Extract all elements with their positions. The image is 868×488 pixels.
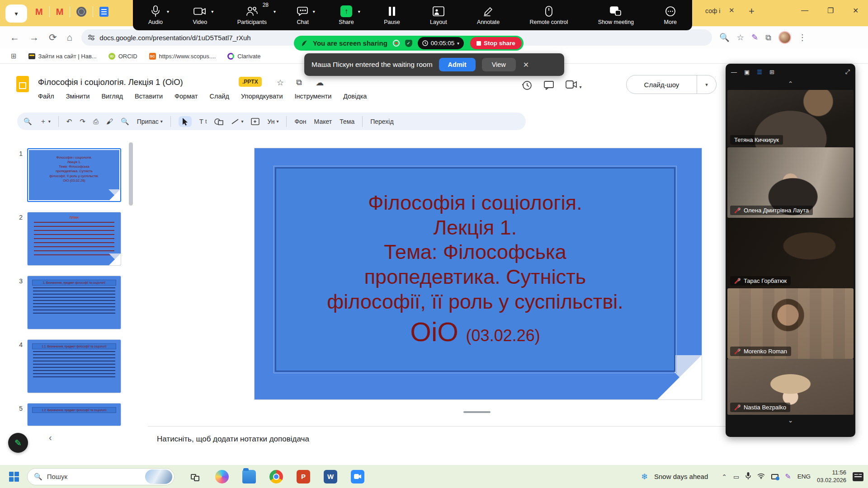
zoom-annotate-button[interactable]: Annotate bbox=[477, 5, 500, 25]
zoom-in-icon[interactable]: 🔍 bbox=[121, 117, 129, 126]
admit-button[interactable]: Admit bbox=[439, 58, 476, 71]
minimize-panel-icon[interactable]: — bbox=[731, 69, 737, 75]
speaker-view-icon[interactable]: ▣ bbox=[744, 69, 750, 75]
menu-help[interactable]: Довідка bbox=[343, 93, 367, 100]
window-close-button[interactable]: ✕ bbox=[853, 6, 859, 15]
file-explorer-icon[interactable] bbox=[242, 470, 256, 483]
docs-tab-icon[interactable] bbox=[99, 7, 108, 17]
slideshow-button[interactable]: Слайд-шоу ▾ bbox=[626, 75, 717, 94]
chevron-down-icon[interactable]: ▾ bbox=[274, 9, 276, 14]
meet-camera-icon[interactable]: ▾ bbox=[566, 80, 581, 90]
new-slide-button[interactable]: ＋▾ bbox=[40, 117, 51, 126]
cast-screen-icon[interactable] bbox=[771, 474, 778, 479]
zoom-audio-button[interactable]: ▾ Audio bbox=[148, 5, 163, 25]
tray-chevron-up-icon[interactable]: ⌃ bbox=[722, 473, 727, 480]
taskbar-search[interactable]: 🔍 Пошук bbox=[27, 468, 175, 485]
slide-thumbnail-4[interactable]: 1.1. Визначення, предмет філософії та со… bbox=[27, 339, 121, 393]
language-indicator[interactable]: ENG bbox=[797, 473, 811, 480]
extensions-puzzle-icon[interactable]: ⧉ bbox=[765, 33, 771, 42]
bookmark-site[interactable]: Зайти на сайт | Нав... bbox=[28, 53, 97, 60]
grid-view-icon[interactable]: ⊞ bbox=[769, 69, 774, 75]
back-icon[interactable]: ← bbox=[10, 32, 19, 43]
menu-tools[interactable]: Інструменти bbox=[295, 93, 332, 100]
apps-grid-icon[interactable]: ⊞ bbox=[11, 52, 17, 60]
text-box-icon[interactable]: Tt bbox=[199, 117, 207, 125]
insert-image-icon[interactable] bbox=[251, 118, 259, 125]
tab-search-button[interactable]: ▾ bbox=[5, 5, 27, 23]
notification-center-icon[interactable]: 2 bbox=[853, 472, 863, 481]
gallery-view-icon[interactable]: ☰ bbox=[757, 69, 762, 75]
participant-video[interactable]: 🎤 Nastia Bezpalko bbox=[727, 359, 854, 415]
select-cursor-icon[interactable] bbox=[179, 116, 192, 127]
zoom-remote-control-button[interactable]: Remote control bbox=[530, 5, 568, 25]
undo-icon[interactable]: ↶ bbox=[66, 117, 72, 126]
slide-thumbnail-1[interactable]: Філософія і соціологія.Лекція 1. Тема: Ф… bbox=[27, 148, 121, 202]
bookmark-star-icon[interactable]: ☆ bbox=[737, 33, 744, 42]
redo-icon[interactable]: ↷ bbox=[80, 117, 85, 126]
zoom-more-button[interactable]: More bbox=[664, 5, 677, 25]
active-tab-title[interactable]: соф і bbox=[705, 7, 720, 14]
battery-icon[interactable]: ▭ bbox=[733, 473, 739, 480]
zoom-layout-button[interactable]: Layout bbox=[430, 5, 447, 25]
window-maximize-button[interactable]: ❐ bbox=[827, 6, 834, 15]
slide-thumbnail-2[interactable]: ПЛАН bbox=[27, 212, 121, 266]
font-tool-dropdown[interactable]: Ун▾ bbox=[267, 118, 278, 125]
edit-fab-button[interactable]: ✎ bbox=[8, 433, 28, 453]
chevron-down-icon[interactable]: ▾ bbox=[211, 9, 213, 14]
globe-tab-icon[interactable] bbox=[76, 7, 86, 17]
stop-share-button[interactable]: Stop share bbox=[470, 37, 522, 49]
chevron-down-icon[interactable]: ▾ bbox=[579, 84, 581, 89]
chevron-down-icon[interactable]: ▾ bbox=[313, 9, 315, 14]
theme-button[interactable]: Тема bbox=[340, 118, 354, 125]
menu-arrange[interactable]: Упорядкувати bbox=[241, 93, 283, 100]
profile-avatar[interactable] bbox=[778, 31, 791, 44]
cloud-status-icon[interactable]: ☁ bbox=[316, 78, 324, 88]
chevron-down-icon[interactable]: ▾ bbox=[358, 9, 360, 14]
menu-edit[interactable]: Змінити bbox=[66, 93, 90, 100]
version-history-icon[interactable] bbox=[522, 80, 532, 90]
view-button[interactable]: View bbox=[482, 58, 516, 71]
zoom-pause-button[interactable]: Pause bbox=[384, 5, 400, 25]
chevron-down-icon[interactable]: ▾ bbox=[167, 9, 169, 14]
shape-icon[interactable] bbox=[214, 118, 223, 125]
forward-icon[interactable]: → bbox=[29, 32, 39, 43]
filmstrip-scrollbar[interactable] bbox=[129, 142, 133, 206]
tab-close-icon[interactable]: ✕ bbox=[729, 6, 735, 14]
move-folder-icon[interactable]: ⧉ bbox=[296, 78, 302, 87]
layout-button[interactable]: Макет bbox=[314, 118, 332, 125]
bookmark-scopus[interactable]: SC https://www.scopus.... bbox=[149, 53, 216, 60]
reload-icon[interactable]: ⟳ bbox=[49, 32, 57, 43]
slide-thumbnail-3[interactable]: 1. Визначення, предмет філософії та соці… bbox=[27, 276, 121, 329]
comments-icon[interactable] bbox=[544, 81, 554, 90]
scroll-down-icon[interactable]: ⌄ bbox=[726, 417, 855, 427]
zoom-fit-dropdown[interactable]: Припас▾ bbox=[137, 118, 163, 125]
gmail-tab-icon[interactable]: M bbox=[35, 7, 43, 17]
slide-title-textbox[interactable]: Філософія і соціологія. Лекція 1. Тема: … bbox=[275, 167, 675, 372]
search-highlight-image[interactable] bbox=[145, 469, 172, 484]
bookmark-clarivate[interactable]: Clarivate bbox=[227, 53, 260, 60]
weather-text[interactable]: Snow days ahead bbox=[654, 473, 708, 480]
slide-thumbnail-5[interactable]: 1.2. Визначення, предмет філософії та со… bbox=[27, 403, 121, 426]
speaker-notes-bar[interactable]: Натисніть, щоб додати нотатки доповідача bbox=[148, 426, 812, 451]
gmail-tab-icon[interactable]: M bbox=[56, 7, 64, 17]
participant-video[interactable]: 🎤 Тарас Горбатюк bbox=[727, 218, 854, 288]
wifi-icon[interactable] bbox=[757, 473, 765, 480]
powerpoint-icon[interactable]: P bbox=[297, 470, 310, 483]
site-settings-icon[interactable] bbox=[88, 34, 95, 41]
background-button[interactable]: Фон bbox=[294, 118, 306, 125]
task-view-icon[interactable] bbox=[188, 470, 202, 483]
chrome-icon[interactable] bbox=[269, 470, 283, 483]
print-icon[interactable]: ⎙ bbox=[93, 117, 99, 126]
tray-microphone-icon[interactable] bbox=[745, 472, 751, 481]
paint-format-icon[interactable]: 🖌 bbox=[106, 117, 113, 125]
menu-format[interactable]: Формат bbox=[175, 93, 198, 100]
search-menus-icon[interactable]: 🔍 bbox=[24, 117, 32, 126]
slide-canvas[interactable]: Філософія і соціологія. Лекція 1. Тема: … bbox=[255, 148, 702, 399]
snowflake-weather-icon[interactable]: ❄ bbox=[641, 472, 648, 482]
collapse-filmstrip-icon[interactable]: ‹ bbox=[49, 432, 52, 443]
feather-pen-icon[interactable]: ✎ bbox=[785, 472, 791, 481]
menu-file[interactable]: Файл bbox=[38, 93, 54, 100]
new-tab-button[interactable]: + bbox=[749, 5, 755, 17]
zoom-page-icon[interactable]: 🔍 bbox=[719, 33, 729, 42]
meeting-timer[interactable]: 00:05:05 ▾ bbox=[418, 37, 464, 49]
